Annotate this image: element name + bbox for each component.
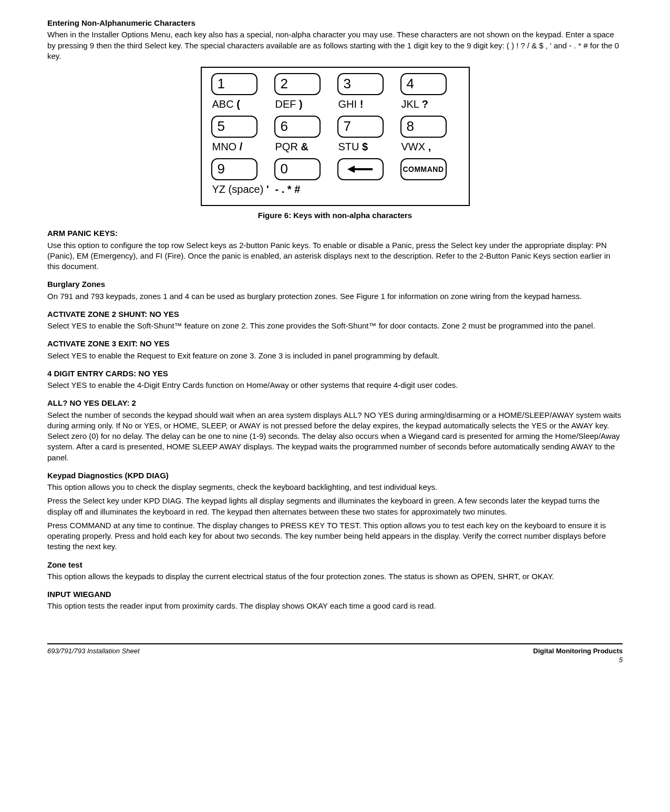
heading-z2: ACTIVATE ZONE 2 SHUNT: NO YES (47, 309, 623, 320)
key-7-label: STU $ (338, 140, 368, 154)
key-5-label: MNO / (212, 140, 243, 154)
svg-marker-1 (347, 166, 355, 173)
key-7: 7 (337, 116, 384, 138)
heading-4digit: 4 DIGIT ENTRY CARDS: NO YES (47, 368, 623, 379)
key-2-label: DEF ) (275, 97, 303, 111)
para-4digit: Select YES to enable the 4-Digit Entry C… (47, 380, 623, 390)
heading-burg: Burglary Zones (47, 279, 623, 290)
para-nonalpha: When in the Installer Options Menu, each… (47, 29, 623, 61)
para-armpanic: Use this option to configure the top row… (47, 240, 623, 272)
key-5: 5 (211, 116, 257, 138)
para-diag3: Press COMMAND at any time to continue. T… (47, 520, 623, 552)
para-diag1: This option allows you to check the disp… (47, 482, 623, 492)
key-0-label: - . * # (275, 182, 301, 197)
key-6: 6 (274, 116, 321, 138)
key-4-label: JKL ? (401, 97, 429, 111)
key-0: 0 (274, 158, 321, 180)
key-1-label: ABC ( (212, 97, 240, 111)
key-2: 2 (274, 73, 321, 95)
para-burg: On 791 and 793 keypads, zones 1 and 4 ca… (47, 291, 623, 302)
figure-caption: Figure 6: Keys with non-alpha characters (47, 210, 623, 221)
key-1: 1 (211, 73, 257, 95)
footer-left: 693/791/793 Installation Sheet (47, 646, 140, 665)
footer-right: Digital Monitoring Products 5 (533, 646, 623, 665)
key-8: 8 (400, 116, 447, 138)
heading-zonetest: Zone test (47, 560, 623, 570)
page-number: 5 (619, 656, 623, 664)
para-wiegand: This option tests the reader input from … (47, 601, 623, 611)
heading-z3: ACTIVATE ZONE 3 EXIT: NO YES (47, 338, 623, 349)
key-3: 3 (337, 73, 384, 95)
key-4: 4 (400, 73, 447, 95)
heading-wiegand: INPUT WIEGAND (47, 589, 623, 600)
key-6-label: PQR & (275, 140, 308, 154)
arrow-left-icon (347, 165, 374, 174)
keypad-box: 1 ABC ( 2 DEF ) 3 GHI ! 4 JKL ? 5 MNO / … (201, 67, 470, 206)
key-command: COMMAND (400, 158, 447, 180)
page-footer: 693/791/793 Installation Sheet Digital M… (47, 643, 623, 665)
heading-diag: Keypad Diagnostics (KPD DIAG) (47, 470, 623, 481)
key-3-label: GHI ! (338, 97, 364, 111)
para-z2: Select YES to enable the Soft-Shunt™ fea… (47, 321, 623, 331)
heading-nonalpha: Entering Non-Alphanumeric Characters (47, 18, 623, 28)
heading-all: ALL? NO YES DELAY: 2 (47, 398, 623, 408)
key-9: 9 (211, 158, 257, 180)
key-back (337, 158, 384, 180)
para-z3: Select YES to enable the Request to Exit… (47, 351, 623, 361)
key-9-label: YZ (space) ' (212, 182, 269, 197)
key-8-label: VWX , (401, 140, 431, 154)
para-zonetest: This option allows the keypads to displa… (47, 571, 623, 582)
heading-armpanic: ARM PANIC KEYS: (47, 228, 623, 239)
para-diag2: Press the Select key under KPD DIAG. The… (47, 496, 623, 517)
para-all: Select the number of seconds the keypad … (47, 410, 623, 463)
keypad-figure: 1 ABC ( 2 DEF ) 3 GHI ! 4 JKL ? 5 MNO / … (47, 67, 623, 206)
